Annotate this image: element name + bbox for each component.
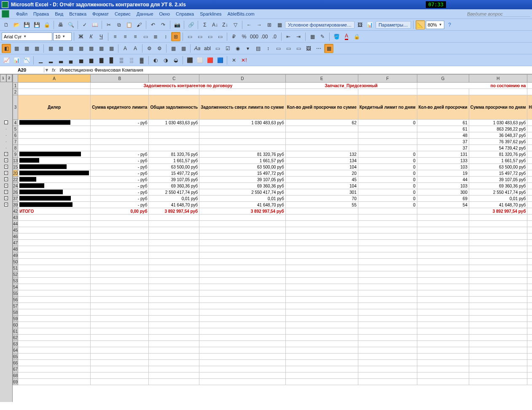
cell[interactable]: 41 648,70 руб: [149, 202, 199, 208]
cell[interactable]: [91, 341, 149, 347]
cell-a[interactable]: [18, 196, 91, 202]
cell[interactable]: 36 048,37 руб: [469, 132, 527, 139]
row-header[interactable]: 60: [13, 322, 18, 328]
cell[interactable]: [358, 252, 417, 259]
merge-icon[interactable]: ▭: [141, 32, 150, 41]
tool-a13-icon[interactable]: ⚙: [155, 44, 164, 53]
cell[interactable]: [358, 335, 417, 341]
fx-icon[interactable]: fx: [49, 67, 58, 72]
cell[interactable]: [469, 265, 527, 271]
cell[interactable]: [199, 246, 285, 252]
sparkline-10-icon[interactable]: ▇: [97, 56, 106, 65]
cell[interactable]: [18, 246, 91, 252]
cell[interactable]: [527, 265, 532, 271]
merge-across-icon[interactable]: ▭: [185, 32, 194, 41]
tool-a1-icon[interactable]: ◧: [2, 44, 11, 53]
cell[interactable]: [149, 347, 199, 354]
cell[interactable]: 61: [417, 120, 469, 126]
cell[interactable]: [527, 335, 532, 341]
open-icon[interactable]: 📂: [12, 20, 21, 29]
cell[interactable]: [149, 316, 199, 322]
percent-icon[interactable]: %: [239, 32, 249, 41]
cell[interactable]: [285, 208, 358, 214]
cell[interactable]: [199, 284, 285, 290]
cell[interactable]: 300: [417, 189, 469, 196]
font-name-combo[interactable]: Arial Cyr▼: [2, 32, 52, 41]
cell[interactable]: 39 107,05 руб: [199, 177, 285, 183]
cell[interactable]: [358, 233, 417, 240]
cell-a[interactable]: ИТОГО: [18, 208, 91, 214]
increase-decimal-icon[interactable]: .00: [260, 32, 269, 41]
menu-insert[interactable]: Вставка: [67, 11, 89, 17]
sparkline-19-icon[interactable]: ⬜: [195, 56, 204, 65]
cell[interactable]: [91, 139, 149, 145]
menu-file[interactable]: Файл: [13, 11, 30, 17]
menu-format[interactable]: Формат: [90, 11, 111, 17]
cell[interactable]: [91, 252, 149, 259]
format-painter-icon[interactable]: 🖌: [134, 20, 144, 29]
row-header[interactable]: 46: [13, 233, 18, 240]
cell[interactable]: [417, 297, 469, 303]
row-header[interactable]: 15: [13, 164, 18, 170]
sparkline-8-icon[interactable]: ▅: [76, 56, 86, 65]
row-header[interactable]: 56: [13, 297, 18, 303]
font-size-combo[interactable]: 10▼: [53, 32, 72, 41]
cell[interactable]: РБМ00003775: [527, 132, 532, 139]
row-header[interactable]: 6: [13, 132, 18, 139]
cell[interactable]: 104: [285, 164, 358, 170]
sparkline-13-icon[interactable]: ░: [127, 56, 136, 65]
cell[interactable]: [527, 271, 532, 278]
cell[interactable]: [91, 290, 149, 297]
name-box-arrow-icon[interactable]: ▼: [44, 67, 49, 72]
outline-level-2[interactable]: 2: [6, 74, 13, 82]
cell[interactable]: 41 648,70 руб: [199, 202, 285, 208]
cell[interactable]: [18, 379, 91, 385]
menu-edit[interactable]: Правка: [31, 11, 51, 17]
align-left-icon[interactable]: ≡: [110, 32, 120, 41]
cell[interactable]: [285, 341, 358, 347]
merge-cells-icon[interactable]: ▭: [205, 32, 215, 41]
drawing-toggle-icon[interactable]: 📐: [416, 20, 425, 29]
cell[interactable]: 1 030 483,63 руб: [199, 120, 285, 126]
cell[interactable]: [417, 366, 469, 372]
row-header[interactable]: 20: [13, 170, 18, 177]
cell[interactable]: 15 497,72 руб: [199, 170, 285, 177]
cell[interactable]: [417, 271, 469, 278]
cell[interactable]: [91, 214, 149, 221]
cell-a[interactable]: [18, 170, 91, 177]
cell[interactable]: [199, 240, 285, 246]
cell[interactable]: 37: [417, 139, 469, 145]
cell[interactable]: [417, 309, 469, 316]
cell[interactable]: [91, 221, 149, 227]
cell[interactable]: [149, 322, 199, 328]
cell[interactable]: [527, 246, 532, 252]
cell[interactable]: 45: [285, 177, 358, 183]
cell[interactable]: [149, 372, 199, 379]
cell[interactable]: [199, 341, 285, 347]
cell[interactable]: [199, 347, 285, 354]
cell[interactable]: [527, 347, 532, 354]
autosum-icon[interactable]: Σ: [200, 20, 210, 29]
cell[interactable]: [527, 202, 532, 208]
col-header-E[interactable]: E: [285, 75, 358, 83]
cell[interactable]: [199, 265, 285, 271]
cell[interactable]: [199, 132, 285, 139]
cell[interactable]: [285, 360, 358, 366]
split-cells-icon[interactable]: ▭: [215, 32, 225, 41]
spreadsheet-grid[interactable]: ABCDEFGHIJKL1Задолженность контрагентов …: [13, 74, 532, 385]
cell[interactable]: 62: [285, 120, 358, 126]
row-header[interactable]: 55: [13, 290, 18, 297]
outline-level-1[interactable]: 1: [0, 74, 6, 82]
control-radio-icon[interactable]: ◉: [233, 44, 242, 53]
paste-icon[interactable]: 📋: [124, 20, 134, 29]
cell[interactable]: [527, 221, 532, 227]
sparkline-14-icon[interactable]: ▓: [137, 56, 146, 65]
control-abl-icon[interactable]: abl: [203, 44, 212, 53]
cell[interactable]: [285, 214, 358, 221]
comma-icon[interactable]: 000: [250, 32, 259, 41]
cell[interactable]: - руб: [91, 158, 149, 164]
cell[interactable]: [358, 221, 417, 227]
cell[interactable]: [358, 297, 417, 303]
spell-icon[interactable]: ✓: [80, 20, 89, 29]
cell[interactable]: [417, 379, 469, 385]
